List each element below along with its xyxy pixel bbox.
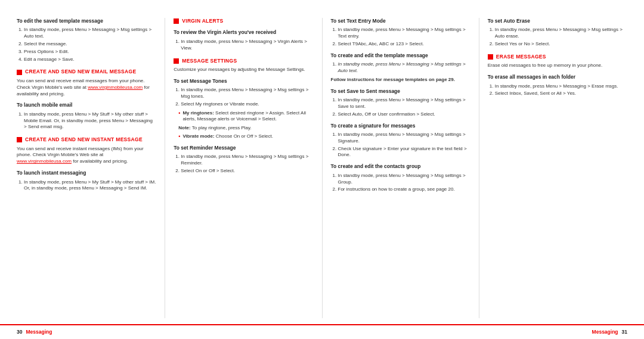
col2-sec1-steps: In standby mode, press Menu > Messaging … [181, 39, 313, 52]
col4-sec2-heading-block: ERASE MESSAGES [488, 54, 627, 60]
col4-sec2-body: Erase old messages to free up memory in … [488, 63, 627, 69]
list-item: Select T9Abc, Abc, ABC or 123 > Select. [338, 41, 470, 48]
list-item: Select Inbox, Saved, Sent or All > Yes. [495, 91, 627, 97]
column-3: To set Text Entry Mode In standby mode, … [323, 18, 479, 318]
col1-sec1-steps: In standby mode, press Menu > Messaging … [24, 27, 156, 63]
red-square-icon [17, 70, 22, 75]
col4-sec3-steps: In standby mode, press Menu > Messaging … [495, 83, 627, 98]
col3-sec5-steps: In standby mode, press Menu > Messaging … [338, 173, 470, 193]
list-item: In standby mode, press Menu > Messaging … [338, 27, 470, 40]
col2-sec3-bullets: • My ringtones: Select desired ringtone … [178, 110, 313, 123]
list-item: In standby mode, press Menu > My Stuff >… [24, 179, 156, 192]
col1-sec4-heading-block: CREATE AND SEND NEW INSTANT MESSAGE [17, 136, 156, 143]
col1-sec2-body: You can send and receive email messages … [17, 78, 156, 97]
col2-sec3-note: Note: To play ringtone, press Play. [178, 125, 313, 132]
col1-sec5-heading: To launch instant messaging [17, 170, 156, 176]
list-item: Select My ringtones or Vibrate mode. [181, 101, 313, 108]
list-item: In standby mode, press Menu > Messaging … [338, 173, 470, 186]
footer-right: Messaging 31 [592, 329, 627, 335]
list-item: In standby mode, press Menu > Messaging … [181, 87, 313, 100]
red-square-icon [488, 54, 493, 60]
col1-sec2-link[interactable]: www.virginmobileusa.com [88, 85, 143, 90]
col1-sec3-heading: To launch mobile email [17, 102, 156, 108]
list-item: In standby mode, press Menu > Messaging … [495, 27, 627, 40]
col4-sec2-heading: ERASE MESSAGES [496, 54, 546, 60]
col1-sec4-body: You can send and receive instant message… [17, 146, 156, 165]
column-2: VIRGIN ALERTS To review the Virgin Alert… [165, 18, 322, 318]
col3-sec3-steps: In standby mode, press Menu > Messaging … [338, 97, 470, 117]
list-item: In standby mode, press Menu > Messaging … [181, 39, 313, 52]
col3-sec3-heading: To set Save to Sent message [331, 88, 470, 95]
list-item: In standby mode, press Menu > Messaging … [181, 154, 313, 167]
list-item: Press Options > Edit. [24, 49, 156, 55]
col4-sec3-heading: To erase all messages in each folder [488, 74, 627, 80]
col2-sec2-body: Customize your messages by adjusting the… [174, 67, 313, 73]
col3-sec2-steps: In standby mode, press Menu > Messaging … [338, 61, 470, 74]
list-item: In standby mode, press Menu > Messaging … [338, 132, 470, 145]
col2-sec2-heading: MESSAGE SETTINGS [182, 58, 237, 64]
col2-sec1-heading: VIRGIN ALERTS [182, 18, 223, 24]
column-1: To edit the saved template message In st… [17, 18, 165, 318]
list-item: Select the message. [24, 41, 156, 48]
red-square-icon [174, 18, 179, 24]
col1-sec2-heading: CREATE AND SEND NEW EMAIL MESSAGE [25, 69, 136, 75]
col3-sec5-heading: To create and edit the contacts group [331, 163, 470, 170]
col1-sec4-heading: CREATE AND SEND NEW INSTANT MESSAGE [25, 136, 143, 143]
col2-sec3-heading: To set Message Tones [174, 78, 313, 85]
col1-sec1-heading: To edit the saved template message [17, 18, 156, 24]
col3-sec4-heading: To create a signature for messages [331, 123, 470, 129]
footer-left-section: Messaging [26, 329, 52, 335]
col3-sec4-steps: In standby mode, press Menu > Messaging … [338, 132, 470, 158]
col1-sec2-heading-block: CREATE AND SEND NEW EMAIL MESSAGE [17, 69, 156, 75]
column-4: To set Auto Erase In standby mode, press… [479, 18, 627, 318]
col3-sec1-heading: To set Text Entry Mode [331, 18, 470, 24]
list-item: In standby mode, press Menu > Messaging … [24, 27, 156, 40]
col2-sec3-steps: In standby mode, press Menu > Messaging … [181, 87, 313, 107]
list-item: In standby mode, press Menu > Messaging … [338, 97, 470, 110]
col2-sec1-subheading: To review the Virgin Alerts you've recei… [174, 29, 313, 36]
footer: 30 Messaging Messaging 31 [0, 324, 644, 339]
col2-sec4-steps: In standby mode, press Menu > Messaging … [181, 154, 313, 174]
col2-sec3-bullets2: • Vibrate mode: Choose On or Off > Selec… [178, 133, 313, 140]
list-item: Edit a message > Save. [24, 57, 156, 63]
list-item: Select On or Off > Select. [181, 168, 313, 175]
red-square-icon [17, 137, 22, 142]
list-item: In standby mode, press Menu > Messaging … [495, 83, 627, 90]
col4-sec1-heading: To set Auto Erase [488, 18, 627, 24]
col1-sec5-steps: In standby mode, press Menu > My Stuff >… [24, 179, 156, 192]
list-item: In standby mode, press Menu > My Stuff >… [24, 111, 156, 130]
col3-sec1-steps: In standby mode, press Menu > Messaging … [338, 27, 470, 47]
col2-sec2-heading-block: MESSAGE SETTINGS [174, 58, 313, 64]
footer-right-page: 31 [622, 329, 627, 335]
list-item: For instructions on how to create a grou… [338, 186, 470, 193]
list-item: • Vibrate mode: Choose On or Off > Selec… [178, 133, 313, 140]
list-item: Select Yes or No > Select. [495, 41, 627, 48]
col1-sec3-steps: In standby mode, press Menu > My Stuff >… [24, 111, 156, 130]
page: To edit the saved template message In st… [0, 0, 644, 339]
col3-sec2-note: Follow instructions for message template… [331, 77, 470, 83]
red-square-icon [174, 58, 179, 64]
col1-sec4-link[interactable]: www.virginmobileusa.com [17, 158, 72, 164]
list-item: In standby mode, press Menu > Messaging … [338, 61, 470, 74]
content-area: To edit the saved template message In st… [0, 0, 644, 324]
footer-left: 30 Messaging [17, 329, 52, 335]
list-item: Check Use signature > Enter your signatu… [338, 146, 470, 159]
list-item: • My ringtones: Select desired ringtone … [178, 110, 313, 123]
list-item: Select Auto, Off or User confirmation > … [338, 111, 470, 118]
col3-sec2-heading: To create and edit the template message [331, 52, 470, 59]
footer-left-page: 30 [17, 329, 22, 335]
col4-sec1-steps: In standby mode, press Menu > Messaging … [495, 27, 627, 47]
col2-sec4-heading: To set Reminder Message [174, 145, 313, 151]
col2-sec1-heading-block: VIRGIN ALERTS [174, 18, 313, 24]
footer-right-section: Messaging [592, 329, 618, 335]
